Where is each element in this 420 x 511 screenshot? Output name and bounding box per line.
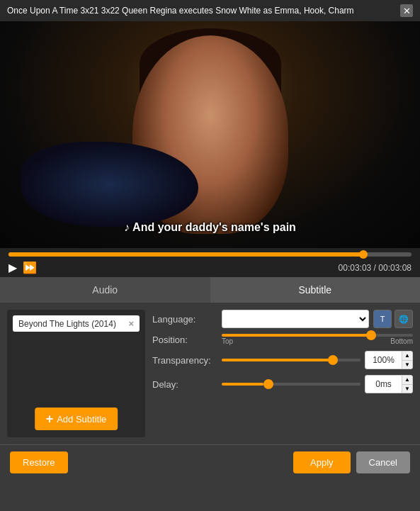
delay-up-button[interactable]: ▲ [402, 376, 412, 385]
musical-note-icon: ♪ [124, 221, 130, 233]
transparency-track [222, 359, 361, 361]
transparency-fill [222, 359, 333, 361]
left-controls: ▶ ⏩ [8, 261, 37, 274]
current-time: 00:03:03 [339, 263, 372, 273]
position-fill [222, 334, 371, 337]
position-labels: Top Bottom [222, 337, 413, 345]
progress-thumb [359, 250, 368, 259]
language-select[interactable] [222, 310, 369, 328]
position-top-label: Top [222, 337, 233, 345]
delay-value: 0ms [365, 379, 402, 389]
plus-icon: + [46, 412, 54, 425]
audio-panel: Beyond The Lights (2014) × + Add Subtitl… [7, 310, 145, 437]
bottom-bar: Restore Apply Cancel [0, 444, 420, 480]
position-row: Position: Top Bottom [152, 334, 413, 345]
window-title: Once Upon A Time 3x21 3x22 Queen Regina … [7, 6, 354, 16]
progress-fill [8, 252, 363, 257]
total-time: 00:03:08 [378, 263, 412, 273]
position-label: Position: [152, 335, 216, 345]
controls-row: ▶ ⏩ 00:03:03 / 00:03:08 [8, 261, 412, 274]
tab-subtitle[interactable]: Subtitle [210, 277, 421, 303]
subtitle-overlay: ♪And your daddy's name's pain [124, 221, 296, 234]
position-thumb [366, 330, 376, 340]
subtitle-text: And your daddy's name's pain [132, 221, 296, 233]
time-separator: / [374, 263, 376, 273]
transparency-row: Transparency: 100% ▲ ▼ [152, 351, 413, 369]
delay-thumb [263, 379, 273, 389]
lang-icons: T 🌐 [373, 310, 413, 328]
panels-row: Beyond The Lights (2014) × + Add Subtitl… [0, 303, 420, 444]
position-slider-wrap: Top Bottom [222, 334, 413, 345]
position-slider[interactable] [222, 334, 413, 337]
position-track [222, 334, 413, 337]
progress-track[interactable] [8, 252, 412, 257]
delay-track [222, 383, 361, 386]
controls-bar: ▶ ⏩ 00:03:03 / 00:03:08 [0, 248, 420, 277]
transparency-spinbox: 100% ▲ ▼ [365, 351, 413, 369]
right-buttons: Apply Cancel [293, 451, 410, 473]
position-bottom-label: Bottom [390, 337, 413, 345]
transparency-down-button[interactable]: ▼ [402, 361, 412, 369]
video-player: ♪And your daddy's name's pain [0, 21, 420, 248]
language-label: Language: [152, 314, 216, 325]
apply-button[interactable]: Apply [293, 451, 351, 473]
audio-file-item: Beyond The Lights (2014) × [13, 315, 140, 332]
position-control: Top Bottom [222, 334, 413, 345]
time-display: 00:03:03 / 00:03:08 [339, 263, 412, 273]
audio-remove-button[interactable]: × [128, 318, 134, 329]
delay-slider[interactable] [222, 377, 361, 391]
delay-down-button[interactable]: ▼ [402, 385, 412, 393]
delay-label: Delay: [152, 379, 216, 390]
play-button[interactable]: ▶ [8, 261, 17, 274]
close-button[interactable]: ✕ [400, 4, 413, 17]
spinbox-arrows: ▲ ▼ [402, 352, 412, 369]
delay-spinbox: 0ms ▲ ▼ [365, 375, 413, 393]
delay-control: 0ms ▲ ▼ [222, 375, 413, 393]
fast-forward-button[interactable]: ⏩ [23, 261, 37, 274]
transparency-label: Transparency: [152, 355, 216, 366]
globe-icon-button[interactable]: 🌐 [395, 310, 413, 328]
tab-audio[interactable]: Audio [0, 277, 210, 303]
title-bar: Once Upon A Time 3x21 3x22 Queen Regina … [0, 0, 420, 21]
add-subtitle-button[interactable]: + Add Subtitle [35, 408, 118, 430]
transparency-value: 100% [365, 355, 402, 365]
video-still [0, 21, 420, 248]
text-style-button[interactable]: T [373, 310, 392, 328]
transparency-thumb [328, 355, 338, 365]
delay-row: Delay: 0ms ▲ ▼ [152, 375, 413, 393]
restore-button[interactable]: Restore [10, 451, 68, 473]
add-subtitle-label: Add Subtitle [57, 414, 106, 425]
audio-file-name: Beyond The Lights (2014) [18, 319, 116, 329]
delay-fill [222, 383, 263, 386]
subtitle-settings-panel: Language: T 🌐 Position: [152, 310, 413, 437]
language-control: T 🌐 [222, 310, 413, 328]
delay-spinbox-arrows: ▲ ▼ [402, 376, 412, 393]
tabs-area: Audio Subtitle [0, 277, 420, 303]
language-row: Language: T 🌐 [152, 310, 413, 328]
transparency-up-button[interactable]: ▲ [402, 352, 412, 361]
transparency-slider[interactable] [222, 353, 361, 367]
cancel-button[interactable]: Cancel [356, 451, 410, 473]
transparency-control: 100% ▲ ▼ [222, 351, 413, 369]
